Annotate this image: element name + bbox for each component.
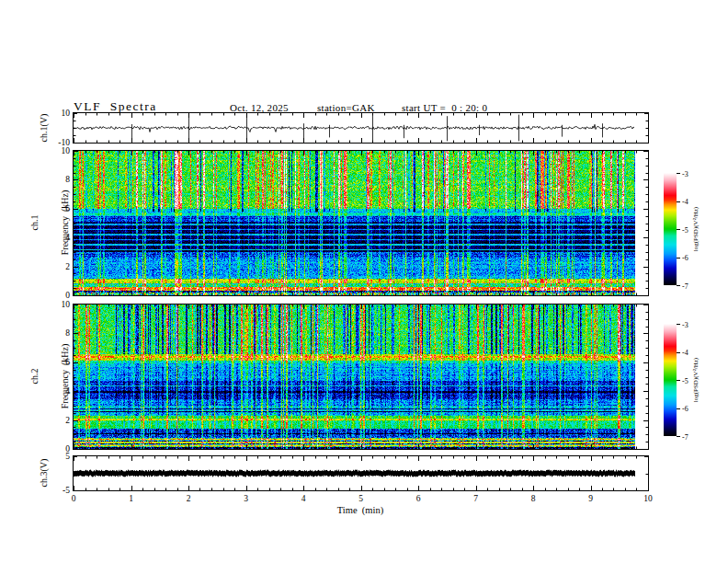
colorbar-ch2-label: log(PSD)(V²/Hz) bbox=[692, 358, 700, 402]
y-tick-label: 5 bbox=[28, 452, 70, 461]
colorbar-tick-label: -5 bbox=[682, 376, 688, 385]
colorbar-tick-label: -3 bbox=[682, 169, 688, 178]
ch3-voltage-axis-label: ch.3(V) bbox=[18, 459, 69, 488]
y-tick-label: 8 bbox=[28, 328, 70, 338]
ch1-axis-line1: ch.1 bbox=[29, 144, 40, 301]
ch1-axis-line2: Frequency (kHz) bbox=[60, 144, 70, 301]
colorbar-tick-label: -7 bbox=[682, 282, 688, 290]
y-tick-label: 8 bbox=[28, 175, 70, 184]
x-tick-label: 2 bbox=[187, 494, 191, 503]
x-tick-label: 6 bbox=[416, 494, 421, 503]
ch2-axis-line1: ch.2 bbox=[29, 298, 40, 454]
y-tick-label: 0 bbox=[28, 291, 70, 300]
time-axis-label: Time (min) bbox=[337, 505, 383, 515]
colorbar-ch1-label: log(PSD)(V²/Hz) bbox=[692, 207, 700, 251]
y-tick-label: -5 bbox=[28, 486, 70, 495]
ch2-spectrogram bbox=[73, 304, 649, 450]
y-tick-label: 10 bbox=[28, 146, 70, 155]
colorbar-tick-label: -5 bbox=[682, 225, 688, 234]
colorbar-tick-label: -6 bbox=[682, 254, 688, 262]
x-tick-label: 7 bbox=[473, 494, 478, 503]
x-tick-label: 4 bbox=[301, 494, 306, 503]
x-tick-label: 9 bbox=[588, 494, 593, 503]
ch3-waveform-plot bbox=[73, 455, 649, 491]
x-tick-label: 8 bbox=[531, 494, 536, 503]
colorbar-tick bbox=[677, 324, 680, 325]
colorbar-tick bbox=[677, 201, 680, 202]
colorbar-tick bbox=[677, 258, 680, 259]
colorbar-ch2 bbox=[664, 324, 677, 436]
y-tick-label: 6 bbox=[28, 204, 70, 213]
ch1-waveform-plot bbox=[73, 112, 649, 144]
colorbar-tick bbox=[677, 380, 680, 381]
x-tick-label: 1 bbox=[129, 494, 133, 503]
y-tick-label: 4 bbox=[28, 386, 70, 396]
colorbar-tick bbox=[677, 352, 680, 353]
x-tick-label: 10 bbox=[643, 494, 653, 503]
ch1-spectrogram bbox=[73, 150, 649, 296]
x-tick-label: 0 bbox=[72, 494, 76, 503]
x-tick-label: 5 bbox=[358, 494, 363, 503]
colorbar-tick-label: -4 bbox=[682, 349, 688, 357]
colorbar-tick-label: -4 bbox=[682, 198, 688, 206]
colorbar-tick bbox=[677, 436, 680, 437]
y-tick-label: 10 bbox=[28, 109, 70, 118]
y-tick-label: 4 bbox=[28, 233, 70, 242]
ch3-voltage-axis-label-text: ch.3(V) bbox=[39, 459, 49, 488]
colorbar-tick bbox=[677, 173, 680, 174]
colorbar-tick bbox=[677, 229, 680, 230]
colorbar-tick bbox=[677, 408, 680, 409]
y-tick-label: 10 bbox=[28, 300, 70, 309]
vlf-spectra-figure: VLF Spectra Oct. 12, 2025 station=GAK st… bbox=[0, 0, 728, 563]
colorbar-tick bbox=[677, 285, 680, 286]
colorbar-tick-label: -6 bbox=[682, 405, 688, 413]
colorbar-ch1 bbox=[664, 173, 677, 285]
ch2-axis-line2: Frequency (kHz) bbox=[60, 298, 70, 454]
colorbar-tick-label: -7 bbox=[682, 432, 688, 441]
x-tick-label: 3 bbox=[244, 494, 248, 503]
y-tick-label: 6 bbox=[28, 358, 70, 367]
y-tick-label: 2 bbox=[28, 416, 70, 425]
y-tick-label: 2 bbox=[28, 262, 70, 271]
colorbar-tick-label: -3 bbox=[682, 320, 688, 328]
